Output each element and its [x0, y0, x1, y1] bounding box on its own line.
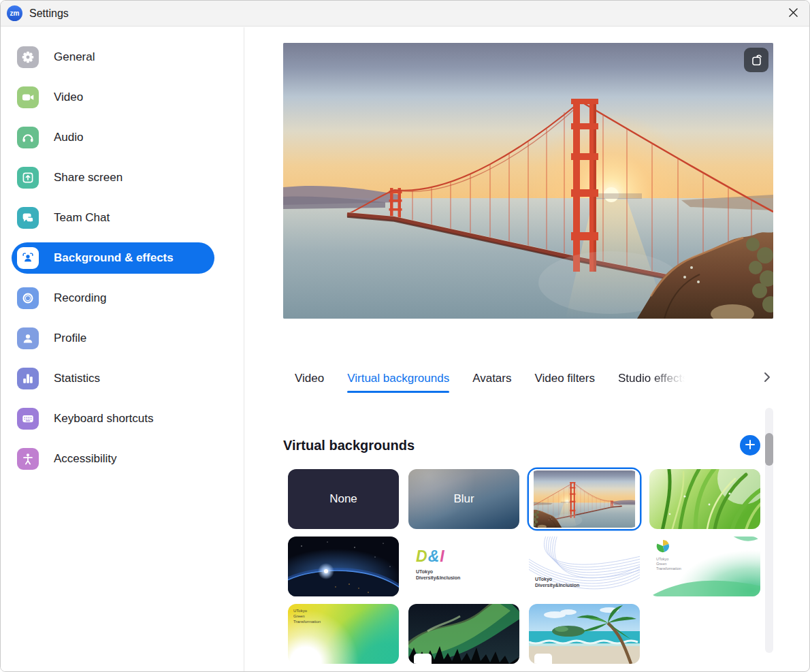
video-indicator-badge — [534, 654, 552, 664]
section-title: Virtual backgrounds — [283, 438, 415, 453]
background-option-utokyo-diversity-inclusion-wave[interactable]: UTokyo Diversity&Inclusion — [529, 537, 640, 596]
sidebar-item-label: Team Chat — [54, 211, 110, 225]
sidebar-item-label: General — [54, 50, 95, 64]
video-indicator-badge — [414, 654, 432, 664]
titlebar: zm Settings — [1, 1, 809, 27]
headphones-icon — [17, 127, 39, 148]
backgrounds-scrollbar-thumb[interactable] — [765, 433, 773, 466]
mirror-video-button[interactable] — [744, 48, 768, 72]
org-name: UTokyo — [293, 608, 321, 613]
sidebar-item-video[interactable]: Video — [12, 82, 214, 113]
tab-video-filters[interactable]: Video filters — [534, 368, 595, 393]
tabs-overflow-button[interactable] — [764, 372, 771, 385]
sidebar-item-share-screen[interactable]: Share screen — [12, 162, 214, 193]
zoom-logo: zm — [7, 5, 22, 21]
sidebar-item-keyboard-shortcuts[interactable]: Keyboard shortcuts — [12, 403, 214, 434]
division-name: Diversity&Inclusion — [416, 575, 460, 581]
sidebar-item-label: Statistics — [54, 372, 100, 385]
golden-gate-preview-image — [283, 43, 773, 319]
accessibility-icon — [17, 448, 39, 470]
virtual-backgrounds-section-header: Virtual backgrounds — [283, 434, 764, 457]
tab-studio-effects[interactable]: Studio effects — [618, 368, 688, 398]
sidebar-item-label: Recording — [54, 291, 107, 305]
background-option-earth-from-space[interactable] — [288, 537, 399, 596]
tab-avatars[interactable]: Avatars — [472, 368, 511, 393]
video-preview — [283, 43, 773, 319]
zoom-logo-text: zm — [10, 10, 20, 17]
background-option-blur[interactable]: Blur — [408, 469, 519, 529]
grass-thumbnail-image — [649, 469, 760, 529]
background-option-tropical-beach[interactable] — [529, 604, 640, 664]
background-option-aurora[interactable] — [408, 604, 519, 664]
sidebar-item-general[interactable]: General — [12, 42, 214, 73]
sidebar-item-label: Video — [54, 91, 83, 104]
division-name: Diversity&Inclusion — [535, 582, 579, 588]
gear-icon — [17, 46, 39, 68]
sidebar-item-label: Keyboard shortcuts — [54, 412, 153, 426]
sidebar-item-accessibility[interactable]: Accessibility — [12, 443, 214, 475]
sidebar-item-team-chat[interactable]: Team Chat — [12, 202, 214, 234]
sidebar-item-label: Audio — [54, 131, 83, 144]
video-camera-icon — [17, 86, 39, 108]
background-option-grass[interactable] — [649, 469, 760, 529]
background-effects-tabs: Video Virtual backgrounds Avatars Video … — [283, 368, 773, 398]
close-button[interactable] — [777, 1, 809, 26]
utokyo-gx-logo — [657, 540, 669, 552]
sidebar-item-label: Share screen — [54, 171, 123, 185]
tab-video[interactable]: Video — [295, 368, 324, 393]
sidebar-item-recording[interactable]: Recording — [12, 283, 214, 314]
earth-thumbnail-image — [288, 537, 399, 596]
virtual-backgrounds-grid: None Blur — [288, 469, 760, 664]
org-name: UTokyo — [416, 569, 460, 575]
settings-window: zm Settings General Video Audio — [0, 0, 810, 672]
utokyo-d-and-i-logo: D&I UTokyo Diversity&Inclusion — [416, 547, 460, 581]
org-name: UTokyo — [535, 576, 579, 582]
background-option-utokyo-green-transformation[interactable]: UTokyo Green Transformation — [649, 537, 760, 596]
window-title: Settings — [29, 7, 69, 20]
bar-chart-icon — [17, 368, 39, 389]
plus-icon — [745, 435, 755, 454]
chat-bubbles-icon — [17, 207, 39, 229]
background-option-none[interactable]: None — [288, 469, 399, 529]
sidebar-item-statistics[interactable]: Statistics — [12, 363, 214, 394]
sidebar-item-audio[interactable]: Audio — [12, 122, 214, 153]
sidebar-item-background-effects[interactable]: Background & effects — [12, 242, 214, 274]
sidebar-item-label: Background & effects — [54, 251, 174, 265]
golden-gate-thumbnail-image — [530, 470, 638, 528]
background-option-utokyo-green-transformation-yellow[interactable]: UTokyo Green Transformation — [288, 604, 399, 664]
mirror-icon — [749, 52, 764, 69]
backgrounds-scrollbar-track[interactable] — [765, 408, 773, 653]
org-name: UTokyo — [656, 557, 681, 562]
sidebar-item-label: Accessibility — [54, 452, 117, 466]
tab-virtual-backgrounds[interactable]: Virtual backgrounds — [347, 368, 449, 393]
grid-empty-cell — [649, 604, 760, 664]
close-icon — [788, 7, 798, 20]
chevron-right-icon — [764, 372, 771, 385]
background-option-golden-gate-bridge[interactable] — [529, 469, 640, 529]
settings-sidebar: General Video Audio Share screen Team Ch — [1, 27, 244, 671]
person-frame-icon — [17, 247, 39, 269]
keyboard-icon — [17, 408, 39, 430]
background-option-utokyo-diversity-inclusion-logo[interactable]: D&I UTokyo Diversity&Inclusion — [408, 537, 519, 596]
record-circle-icon — [17, 287, 39, 309]
sidebar-item-profile[interactable]: Profile — [12, 323, 214, 354]
sidebar-item-label: Profile — [54, 332, 86, 345]
share-screen-icon — [17, 167, 39, 189]
person-icon — [17, 327, 39, 349]
add-background-button[interactable] — [740, 435, 760, 455]
